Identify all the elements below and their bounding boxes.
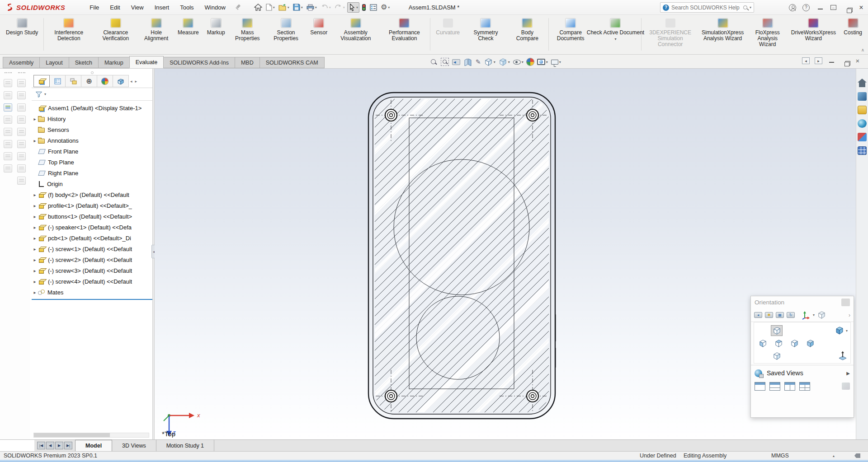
tree-item-right-plane[interactable]: Right Plane: [32, 168, 152, 178]
tree-item-screw3[interactable]: ▸(-) screw<3> (Default) <<Default: [32, 265, 152, 276]
section-properties-button[interactable]: Section Properties: [266, 17, 306, 42]
print-button[interactable]: ▾: [305, 3, 318, 12]
body-compare-button[interactable]: Body Compare: [508, 17, 547, 42]
tab-markup[interactable]: Markup: [98, 57, 130, 68]
toolbar-icon[interactable]: [17, 152, 26, 160]
expand-arrow[interactable]: ▸: [32, 257, 38, 262]
doc-minimize-button[interactable]: [827, 57, 835, 64]
appearances-scenes-icon[interactable]: [858, 133, 867, 141]
view-left-button[interactable]: [757, 338, 769, 349]
tree-item-mates[interactable]: ▸Mates: [32, 287, 152, 298]
toolbar-icon[interactable]: [17, 140, 26, 148]
tab-model[interactable]: Model: [75, 440, 112, 451]
tab-scroll-right-icon[interactable]: ▸: [135, 79, 137, 84]
costing-button[interactable]: Costing: [840, 17, 866, 37]
expand-arrow[interactable]: ▸: [32, 214, 38, 219]
close-button[interactable]: ×: [857, 4, 865, 12]
tree-item-screw1[interactable]: ▸(-) screw<1> (Default) <<Default: [32, 243, 152, 254]
expand-arrow[interactable]: ▸: [32, 236, 38, 241]
toolbar-icon[interactable]: [4, 152, 12, 160]
units-label[interactable]: MMGS: [771, 453, 789, 459]
pin-menu-icon[interactable]: [235, 4, 241, 10]
account-icon[interactable]: [789, 4, 796, 11]
toolbar-grip[interactable]: [5, 72, 12, 74]
toolbar-icon[interactable]: [17, 116, 26, 124]
expand-arrow[interactable]: ▸: [32, 117, 38, 121]
zoom-area-button[interactable]: [441, 58, 449, 66]
expand-pane-right-button[interactable]: ▸: [815, 57, 822, 64]
view-right-button[interactable]: [788, 338, 800, 349]
check-active-document-dropdown[interactable]: ▾: [614, 38, 616, 41]
view-bottom-button[interactable]: [771, 350, 783, 361]
menu-view[interactable]: View: [126, 4, 149, 11]
saved-views-row[interactable]: Saved Views ▶: [751, 367, 854, 379]
section-view-button[interactable]: [463, 58, 472, 66]
split-views-tool-icon[interactable]: ▦: [776, 312, 784, 318]
view-selector-axes-icon[interactable]: [801, 311, 810, 320]
mass-properties-button[interactable]: Mass Properties: [229, 17, 266, 42]
markup-button[interactable]: Markup: [203, 17, 229, 37]
tab-propertymanager[interactable]: [49, 75, 66, 87]
two-viewport-horizontal-button[interactable]: [769, 382, 780, 391]
view-orientation-dropdown[interactable]: ▾: [494, 60, 495, 64]
tree-item-body[interactable]: ▸(f) body<2> (Default) <<Default: [32, 189, 152, 200]
select-tool-dropdown[interactable]: ▾: [356, 5, 358, 9]
undo-dropdown[interactable]: ▾: [329, 5, 331, 9]
toolbar-icon[interactable]: [17, 103, 26, 112]
edit-appearance-button[interactable]: [527, 58, 534, 65]
toolbar-icon[interactable]: [4, 116, 12, 124]
tab-mbd[interactable]: MBD: [235, 57, 260, 68]
measure-button[interactable]: Measure: [174, 17, 203, 37]
scrollbar-thumb[interactable]: [34, 433, 110, 437]
select-tool-button[interactable]: ▾: [347, 2, 359, 13]
design-study-button[interactable]: Design Study: [2, 17, 42, 37]
tab-3d-views[interactable]: 3D Views: [112, 440, 156, 451]
compare-documents-button[interactable]: Compare Documents: [550, 17, 591, 42]
search-dropdown[interactable]: ▾: [750, 5, 751, 9]
expand-arrow[interactable]: ▸: [32, 268, 38, 273]
check-active-document-button[interactable]: Check Active Document▾: [591, 17, 640, 42]
tab-scroll-left-icon[interactable]: ◂: [130, 79, 132, 84]
expand-arrow[interactable]: ▸: [32, 290, 38, 295]
assembly-visualization-button[interactable]: Assembly Visualization: [331, 17, 380, 42]
tag-icon[interactable]: [854, 453, 860, 458]
toolbar-icon[interactable]: [17, 128, 26, 136]
simulationxpress-button[interactable]: SimulationXpress Analysis Wizard: [698, 17, 748, 42]
previous-view-button[interactable]: [452, 59, 460, 65]
tab-evaluate[interactable]: Evaluate: [129, 56, 164, 68]
tab-solidworks-add-ins[interactable]: SOLIDWORKS Add-Ins: [163, 57, 235, 68]
toolbar-icon[interactable]: [17, 164, 26, 173]
tree-item-screw4[interactable]: ▸(-) screw<4> (Default) <<Default: [32, 276, 152, 287]
redo-button[interactable]: ▾: [333, 3, 346, 12]
graphics-viewport[interactable]: x z *Top Orientation ◂ ✱ ▦ ↻ ▾ ›: [155, 69, 856, 439]
normal-to-button[interactable]: [838, 351, 848, 361]
toolbar-icon[interactable]: [17, 177, 26, 185]
tab-solidworks-cam[interactable]: SOLIDWORKS CAM: [259, 57, 325, 68]
save-dropdown[interactable]: ▾: [301, 5, 303, 9]
clearance-verification-button[interactable]: Clearance Verification: [92, 17, 139, 42]
toolbar-icon[interactable]: [17, 79, 26, 87]
view-front-button[interactable]: [771, 325, 783, 336]
print-dropdown[interactable]: ▾: [315, 5, 317, 9]
tree-item-sensors[interactable]: Sensors: [32, 124, 152, 135]
tree-item-speaker[interactable]: ▸(-) speaker<1> (Default) <<Defa: [32, 222, 152, 233]
settings-dropdown[interactable]: ▾: [388, 5, 390, 9]
tab-motion-study-1[interactable]: Motion Study 1: [156, 440, 214, 451]
tab-featuremanager-design-tree[interactable]: [33, 75, 50, 87]
tab-layout[interactable]: Layout: [39, 57, 69, 68]
minimize-button[interactable]: [816, 4, 824, 11]
interference-detection-button[interactable]: Interference Detection: [45, 17, 92, 42]
expand-arrow[interactable]: ▸: [32, 138, 38, 143]
view-cube-tool-icon[interactable]: [817, 311, 826, 319]
view-selector-dropdown[interactable]: ▾: [813, 313, 815, 317]
previous-study-button[interactable]: ◀: [46, 442, 54, 449]
search-icon[interactable]: [743, 5, 747, 9]
menu-edit[interactable]: Edit: [104, 4, 125, 11]
orientation-expand-icon[interactable]: ›: [849, 312, 850, 318]
update-views-tool-icon[interactable]: ↻: [787, 312, 795, 318]
expand-arrow[interactable]: ▸: [32, 192, 38, 197]
design-library-icon[interactable]: [858, 106, 867, 114]
open-dropdown[interactable]: ▾: [288, 5, 289, 9]
menu-tools[interactable]: Tools: [175, 4, 199, 11]
doc-close-button[interactable]: ×: [854, 57, 862, 65]
